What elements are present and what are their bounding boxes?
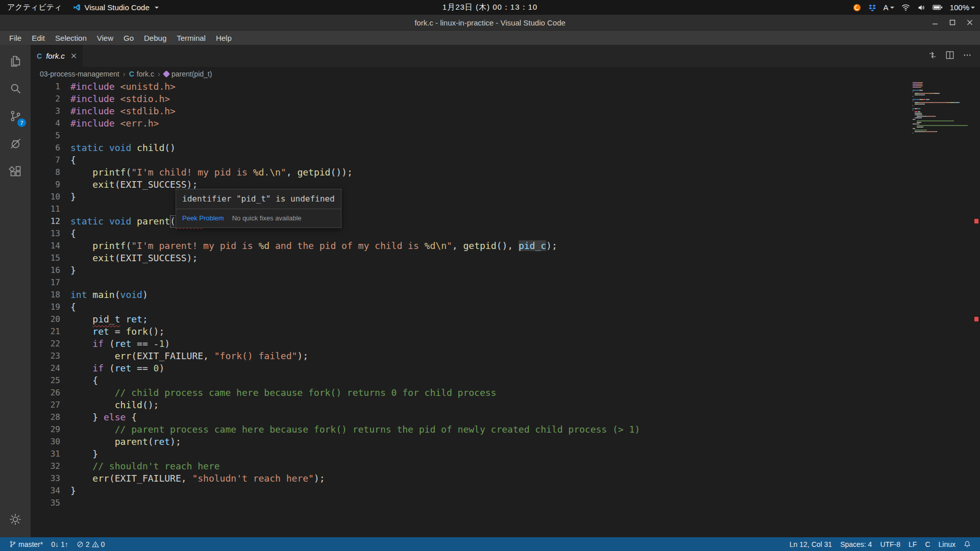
network-icon[interactable] bbox=[901, 4, 910, 11]
search-icon[interactable] bbox=[3, 76, 28, 101]
code-line[interactable]: 9 exit(EXIT_SUCCESS); bbox=[31, 179, 980, 191]
debug-icon[interactable] bbox=[3, 131, 28, 156]
minimap-line bbox=[913, 88, 970, 89]
input-method-indicator[interactable]: A bbox=[884, 3, 894, 12]
activities-button[interactable]: アクティビティ bbox=[5, 3, 64, 12]
code-line[interactable]: 28 } else { bbox=[31, 411, 980, 423]
code-line[interactable]: 31 } bbox=[31, 448, 980, 460]
split-editor-icon[interactable] bbox=[945, 51, 954, 62]
code-token: "fork() failed" bbox=[214, 350, 298, 361]
warning-icon bbox=[92, 541, 99, 548]
minimap-token bbox=[919, 116, 927, 117]
close-button[interactable] bbox=[967, 19, 973, 26]
menu-debug[interactable]: Debug bbox=[139, 34, 172, 42]
code-line[interactable]: 4#include <err.h> bbox=[31, 117, 980, 130]
code-line[interactable]: 21 ret = fork(); bbox=[31, 325, 980, 338]
code-token bbox=[70, 363, 92, 373]
code-line[interactable]: 33 err(EXIT_FAILURE, "sholudn't reach he… bbox=[31, 472, 980, 485]
open-changes-icon[interactable] bbox=[928, 51, 937, 62]
code-token bbox=[70, 350, 115, 361]
breadcrumb-symbol[interactable]: parent(pid_t) bbox=[164, 70, 212, 78]
code-line[interactable]: 17 bbox=[31, 277, 980, 289]
minimap-line bbox=[913, 111, 970, 112]
menu-terminal[interactable]: Terminal bbox=[172, 34, 211, 42]
code-line[interactable]: 30 parent(ret); bbox=[31, 436, 980, 448]
code-line[interactable]: 24 if (ret == 0) bbox=[31, 362, 980, 374]
code-line[interactable]: 7{ bbox=[31, 154, 980, 166]
code-line[interactable]: 2#include <stdio.h> bbox=[31, 93, 980, 105]
code-line[interactable]: 16} bbox=[31, 264, 980, 277]
code-token bbox=[70, 326, 92, 337]
language-mode[interactable]: C bbox=[921, 540, 934, 548]
explorer-icon[interactable] bbox=[3, 48, 28, 73]
code-line[interactable]: 13{ bbox=[31, 228, 980, 240]
indentation-indicator[interactable]: Spaces: 4 bbox=[836, 540, 876, 548]
battery-percentage[interactable]: 100% bbox=[950, 3, 975, 12]
dropbox-icon[interactable] bbox=[868, 4, 876, 12]
tab-close-icon[interactable] bbox=[71, 53, 77, 59]
scm-badge: 7 bbox=[17, 118, 26, 127]
code-line[interactable]: 22 if (ret == -1) bbox=[31, 338, 980, 350]
menu-file[interactable]: File bbox=[4, 34, 27, 42]
eol-indicator[interactable]: LF bbox=[904, 540, 921, 548]
settings-gear-icon[interactable] bbox=[3, 507, 28, 532]
encoding-indicator[interactable]: UTF-8 bbox=[876, 540, 904, 548]
minimap[interactable] bbox=[913, 82, 970, 136]
code-line[interactable]: 25 { bbox=[31, 374, 980, 387]
peek-problem-link[interactable]: Peek Problem bbox=[182, 212, 224, 224]
code-line[interactable]: 5 bbox=[31, 130, 980, 142]
battery-icon[interactable] bbox=[933, 4, 943, 11]
volume-icon[interactable] bbox=[917, 4, 925, 12]
overview-ruler[interactable] bbox=[973, 81, 980, 537]
source-control-icon[interactable]: 7 bbox=[3, 103, 28, 129]
code-line[interactable]: 1#include <unistd.h> bbox=[31, 81, 980, 93]
line-number: 2 bbox=[31, 93, 60, 105]
code-line[interactable]: 26 // child process came here because fo… bbox=[31, 387, 980, 399]
code-line[interactable]: 29 // parent process came here because f… bbox=[31, 423, 980, 436]
code-line[interactable]: 19{ bbox=[31, 301, 980, 313]
code-line[interactable]: 15 exit(EXIT_SUCCESS); bbox=[31, 252, 980, 264]
menu-help[interactable]: Help bbox=[211, 34, 237, 42]
code-token bbox=[131, 216, 137, 227]
code-line[interactable]: 35 bbox=[31, 497, 980, 509]
code-line[interactable]: 3#include <stdlib.h> bbox=[31, 105, 980, 117]
minimize-button[interactable] bbox=[932, 19, 938, 26]
menu-edit[interactable]: Edit bbox=[27, 34, 50, 42]
maximize-button[interactable] bbox=[949, 19, 955, 26]
code-line[interactable]: 27 child(); bbox=[31, 399, 980, 411]
code-line[interactable]: 10} bbox=[31, 191, 980, 203]
breadcrumb-file-label: fork.c bbox=[137, 70, 154, 78]
editor[interactable]: 1#include <unistd.h>2#include <stdio.h>3… bbox=[31, 81, 980, 537]
code-line[interactable]: 18int main(void) bbox=[31, 289, 980, 301]
clock[interactable]: 1月23日 (木) 00：13：10 bbox=[443, 3, 537, 12]
code-line[interactable]: 20 pid_t ret; bbox=[31, 313, 980, 325]
chevron-down-icon bbox=[890, 7, 894, 9]
git-sync-indicator[interactable]: 0↓ 1↑ bbox=[47, 540, 72, 548]
updates-icon[interactable] bbox=[853, 4, 861, 12]
code-line[interactable]: 32 // shouldn't reach here bbox=[31, 460, 980, 472]
code-token: ); bbox=[170, 436, 181, 447]
problems-indicator[interactable]: 2 0 bbox=[72, 540, 109, 548]
cursor-position[interactable]: Ln 12, Col 31 bbox=[786, 540, 836, 548]
code-line[interactable]: 12static void parent(pid_t pid_c) bbox=[31, 215, 980, 228]
tab-fork-c[interactable]: C fork.c bbox=[31, 45, 83, 67]
menu-selection[interactable]: Selection bbox=[50, 34, 92, 42]
app-menu[interactable]: Visual Studio Code bbox=[73, 3, 158, 12]
os-indicator[interactable]: Linux bbox=[935, 540, 960, 548]
code-line[interactable]: 34} bbox=[31, 485, 980, 497]
code-line[interactable]: 8 printf("I'm child! my pid is %d.\n", g… bbox=[31, 166, 980, 179]
git-branch-indicator[interactable]: master* bbox=[5, 540, 47, 548]
more-actions-icon[interactable] bbox=[963, 51, 972, 62]
code-line[interactable]: 23 err(EXIT_FAILURE, "fork() failed"); bbox=[31, 350, 980, 362]
code-line[interactable]: 6static void child() bbox=[31, 142, 980, 154]
breadcrumb-file[interactable]: C fork.c bbox=[129, 70, 154, 78]
breadcrumb-folder[interactable]: 03-process-management bbox=[40, 70, 119, 78]
extensions-icon[interactable] bbox=[3, 158, 28, 184]
code-line[interactable]: 11 bbox=[31, 203, 980, 215]
code-token bbox=[70, 399, 115, 410]
menu-view[interactable]: View bbox=[92, 34, 118, 42]
menu-go[interactable]: Go bbox=[118, 34, 139, 42]
notifications-bell-icon[interactable] bbox=[960, 540, 975, 548]
code-line[interactable]: 14 printf("I'm parent! my pid is %d and … bbox=[31, 240, 980, 252]
line-number: 1 bbox=[31, 81, 60, 93]
